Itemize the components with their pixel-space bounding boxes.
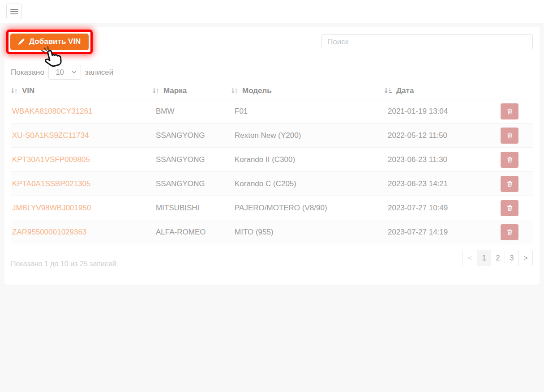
brand-cell: BMW [152,107,231,116]
model-cell: Rexton New (Y200) [231,131,384,140]
trash-icon [506,229,513,236]
pagination-next[interactable]: > [518,250,532,266]
vin-table: VIN Марка Модель [11,85,533,244]
table-row: JMBLYV98WBJ001950 MITSUBISHI PAJERO/MOTE… [11,196,533,220]
delete-button[interactable] [501,103,518,119]
sort-desc-icon [384,87,392,94]
trash-icon [506,156,513,163]
model-cell: F01 [231,107,384,116]
length-prefix-label: Показано [11,68,44,77]
brand-cell: MITSUBISHI [152,204,231,213]
vin-link[interactable]: XU-S0A1KS9ZC11734 [12,131,89,140]
vin-list-card: Добавить VIN Показано 10 записей [4,27,540,285]
pagination: < 1 2 3 > [463,250,533,266]
brand-cell: SSANGYONG [152,155,231,164]
column-header-model[interactable]: Модель [231,86,384,95]
column-header-date[interactable]: Дата [384,86,497,95]
vin-link[interactable]: JMBLYV98WBJ001950 [12,204,91,213]
delete-button[interactable] [501,152,518,168]
table-row: XU-S0A1KS9ZC11734 SSANGYONG Rexton New (… [11,124,533,148]
tutorial-highlight-frame: Добавить VIN [6,30,93,54]
page-length-select[interactable]: 10 [48,65,81,80]
date-cell: 2022-05-12 11:50 [384,131,497,140]
date-cell: 2023-07-27 10:49 [384,204,497,213]
search-input[interactable] [321,34,533,49]
column-header-brand[interactable]: Марка [152,86,231,95]
table-info-text: Показано 1 до 10 из 25 записей [11,260,116,268]
add-vin-label: Добавить VIN [29,37,81,46]
vin-link[interactable]: WBAKA81080CY31261 [12,107,93,116]
brand-cell: SSANGYONG [152,179,231,188]
model-cell: PAJERO/MOTERO (V8/90) [231,204,384,213]
length-selected-value: 10 [49,68,64,77]
trash-icon [506,180,513,187]
chevron-down-icon [72,70,77,74]
hamburger-icon [10,8,18,16]
trash-icon [506,205,513,212]
pagination-page-1[interactable]: 1 [477,250,491,266]
date-cell: 2023-06-23 11:30 [384,155,497,164]
table-row: KPTA0A1SSBP021305 SSANGYONG Korando C (C… [11,172,533,196]
trash-icon [506,132,513,139]
vin-link[interactable]: KPT30A1VSFP009805 [12,155,90,164]
add-vin-button[interactable]: Добавить VIN [10,34,89,50]
date-cell: 2023-07-27 14:19 [384,228,497,237]
date-cell: 2023-06-23 14:21 [384,179,497,188]
trash-icon [506,108,513,115]
brand-cell: SSANGYONG [152,131,231,140]
table-row: KPT30A1VSFP009805 SSANGYONG Korando II (… [11,148,533,172]
model-cell: Korando II (C300) [231,155,384,164]
model-cell: MITO (955) [231,228,384,237]
delete-button[interactable] [501,176,518,192]
length-suffix-label: записей [85,68,113,77]
table-row: ZAR95500001029363 ALFA-ROMEO MITO (955) … [11,220,533,244]
table-header-row: VIN Марка Модель [11,85,533,99]
table-row: WBAKA81080CY31261 BMW F01 2021-01-19 13:… [11,99,533,124]
pagination-prev[interactable]: < [463,250,477,266]
sort-icon [152,87,159,94]
delete-button[interactable] [501,200,518,216]
delete-button[interactable] [501,224,518,240]
menu-toggle-button[interactable] [6,4,22,19]
model-cell: Korando C (C205) [231,179,384,188]
delete-button[interactable] [501,128,518,144]
pagination-page-2[interactable]: 2 [491,250,505,266]
brand-cell: ALFA-ROMEO [152,228,231,237]
page-length-control: Показано 10 записей [11,65,113,80]
pencil-icon [17,38,25,46]
top-bar [0,0,544,23]
sort-icon [231,87,238,94]
pagination-page-3[interactable]: 3 [505,250,518,266]
sort-icon [11,87,18,94]
vin-link[interactable]: KPTA0A1SSBP021305 [12,179,90,188]
column-header-vin[interactable]: VIN [11,86,152,95]
date-cell: 2021-01-19 13:04 [384,107,497,116]
vin-link[interactable]: ZAR95500001029363 [12,228,86,237]
